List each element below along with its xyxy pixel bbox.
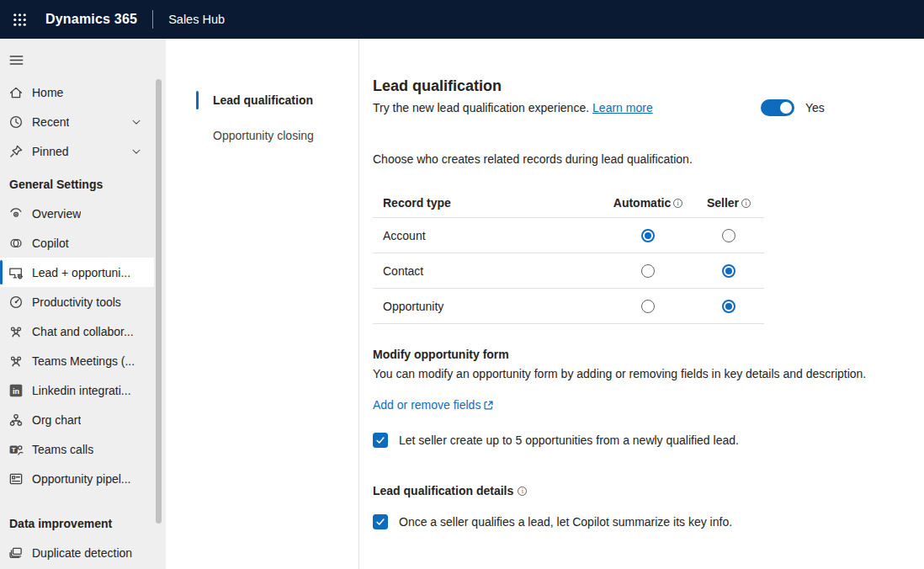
column-automatic: Automatic: [603, 196, 693, 210]
chevron-down-icon[interactable]: [130, 116, 142, 128]
seller-opportunities-checkbox[interactable]: [373, 433, 388, 448]
hamburger-icon: [8, 52, 24, 68]
people-icon: [8, 354, 24, 369]
brand-title[interactable]: Dynamics 365: [45, 12, 137, 27]
sidebar-item-label: Copilot: [32, 237, 69, 250]
sidebar-item-label: Recent: [32, 115, 69, 129]
sidebar-item-label: Linkedin integrati...: [32, 384, 131, 397]
radio-seller[interactable]: [722, 229, 735, 242]
lead-qualification-details-heading: Lead qualification details: [373, 484, 904, 497]
sidebar-item-label: Productivity tools: [32, 295, 121, 309]
settings-main-panel: Lead qualification Try the new lead qual…: [359, 39, 924, 569]
checkmark-icon: [375, 517, 385, 527]
radio-automatic[interactable]: [641, 264, 655, 278]
checkmark-icon: [375, 435, 385, 445]
waffle-icon: [13, 13, 27, 27]
new-experience-toggle[interactable]: [761, 99, 794, 116]
form-icon: [8, 471, 24, 487]
checkbox-label: Let seller create up to 5 opportunities …: [399, 433, 739, 447]
sidebar-item-productivity-tools[interactable]: Productivity tools: [0, 287, 154, 316]
radio-seller[interactable]: [722, 300, 735, 313]
radio-seller[interactable]: [722, 264, 735, 278]
info-icon[interactable]: [518, 487, 527, 496]
add-remove-fields-link[interactable]: Add or remove fields: [373, 398, 494, 412]
pin-icon: [8, 144, 24, 159]
sidebar-item-teams-calls[interactable]: T Teams calls: [0, 434, 154, 464]
table-row-opportunity: Opportunity: [373, 289, 764, 324]
radio-automatic[interactable]: [641, 300, 655, 313]
sitemap-sidebar: Home Recent Pinned General: [0, 39, 166, 569]
copilot-summarize-check-row: Once a seller qualifies a lead, let Copi…: [373, 514, 904, 529]
sidebar-item-label: Teams calls: [32, 443, 93, 456]
table-row-account: Account: [373, 218, 764, 253]
sidebar-item-home[interactable]: Home: [0, 77, 154, 107]
sidebar-item-label: Opportunity pipel...: [32, 472, 131, 486]
settings-subnav: Lead qualification Opportunity closing: [166, 39, 359, 569]
modify-opportunity-form-heading: Modify opportunity form: [373, 348, 904, 361]
org-chart-icon: [8, 412, 24, 428]
sidebar-section-data-improvement: Data improvement: [0, 508, 166, 538]
table-row-contact: Contact: [373, 253, 764, 289]
info-icon[interactable]: [741, 199, 751, 208]
collapse-sitemap-button[interactable]: [8, 49, 32, 71]
linkedin-icon: in: [8, 383, 24, 398]
sidebar-item-label: Home: [32, 86, 63, 99]
checkbox-label: Once a seller qualifies a lead, let Copi…: [399, 515, 732, 529]
sidebar-item-lead-opportunities[interactable]: Lead + opportuni...: [0, 258, 154, 287]
sidebar-scrollbar[interactable]: [156, 79, 162, 524]
record-type-label: Contact: [383, 264, 603, 278]
clock-icon: [8, 114, 24, 130]
record-creation-table: Record type Automatic Seller Account Con…: [373, 189, 764, 324]
modify-opportunity-form-description: You can modify an opportunity form by ad…: [373, 367, 904, 380]
page-title: Lead qualification: [373, 77, 904, 95]
sidebar-item-opportunity-pipeline[interactable]: Opportunity pipel...: [0, 464, 154, 493]
sidebar-item-label: Lead + opportuni...: [32, 266, 130, 279]
sidebar-item-teams-meetings[interactable]: Teams Meetings (...: [0, 346, 154, 375]
svg-text:T: T: [12, 446, 16, 454]
sidebar-item-label: Chat and collabor...: [32, 325, 134, 338]
topbar-divider: [152, 10, 153, 29]
gauge-icon: [8, 295, 24, 310]
sidebar-item-copilot[interactable]: Copilot: [0, 228, 154, 258]
chevron-down-icon[interactable]: [130, 146, 142, 157]
copilot-summarize-checkbox[interactable]: [373, 514, 388, 529]
home-icon: [8, 85, 24, 100]
subtitle-text: Try the new lead qualification experienc…: [373, 101, 589, 114]
sidebar-item-chat-collaborate[interactable]: Chat and collabor...: [0, 316, 154, 346]
sidebar-section-general-settings: General Settings: [0, 169, 166, 199]
column-record-type: Record type: [383, 196, 603, 210]
external-link-icon: [483, 400, 494, 411]
monitor-gear-icon: [8, 265, 24, 280]
sidebar-item-linkedin-integration[interactable]: in Linkedin integrati...: [0, 375, 154, 405]
app-name[interactable]: Sales Hub: [168, 13, 225, 26]
info-icon[interactable]: [673, 199, 682, 208]
sidebar-item-label: Teams Meetings (...: [32, 354, 135, 368]
overview-icon: [8, 206, 24, 221]
sidebar-item-label: Duplicate detection: [32, 546, 132, 560]
sidebar-item-pinned[interactable]: Pinned: [0, 136, 154, 166]
svg-text:in: in: [13, 386, 19, 395]
sidebar-item-overview[interactable]: Overview: [0, 199, 154, 228]
teams-icon: T: [8, 442, 24, 457]
radio-automatic[interactable]: [641, 229, 655, 242]
top-app-bar: Dynamics 365 Sales Hub: [0, 0, 924, 39]
toggle-knob: [780, 102, 792, 114]
record-type-label: Account: [383, 229, 603, 242]
subnav-item-lead-qualification[interactable]: Lead qualification: [166, 86, 358, 114]
sidebar-item-recent[interactable]: Recent: [0, 107, 154, 136]
people-icon: [8, 324, 24, 339]
app-launcher-icon[interactable]: [0, 0, 39, 39]
table-header-row: Record type Automatic Seller: [373, 189, 764, 218]
toggle-state-label: Yes: [805, 101, 825, 114]
sidebar-item-label: Overview: [32, 207, 81, 221]
record-type-label: Opportunity: [383, 300, 603, 313]
sidebar-item-org-chart[interactable]: Org chart: [0, 405, 154, 434]
sidebar-item-label: Org chart: [32, 413, 81, 427]
column-seller: Seller: [693, 196, 764, 210]
copies-icon: [8, 545, 24, 561]
new-experience-toggle-group: Yes: [761, 99, 825, 116]
sidebar-item-duplicate-detection[interactable]: Duplicate detection: [0, 538, 154, 567]
learn-more-link[interactable]: Learn more: [592, 101, 653, 114]
copilot-icon: [8, 236, 24, 251]
subnav-item-opportunity-closing[interactable]: Opportunity closing: [166, 121, 358, 150]
